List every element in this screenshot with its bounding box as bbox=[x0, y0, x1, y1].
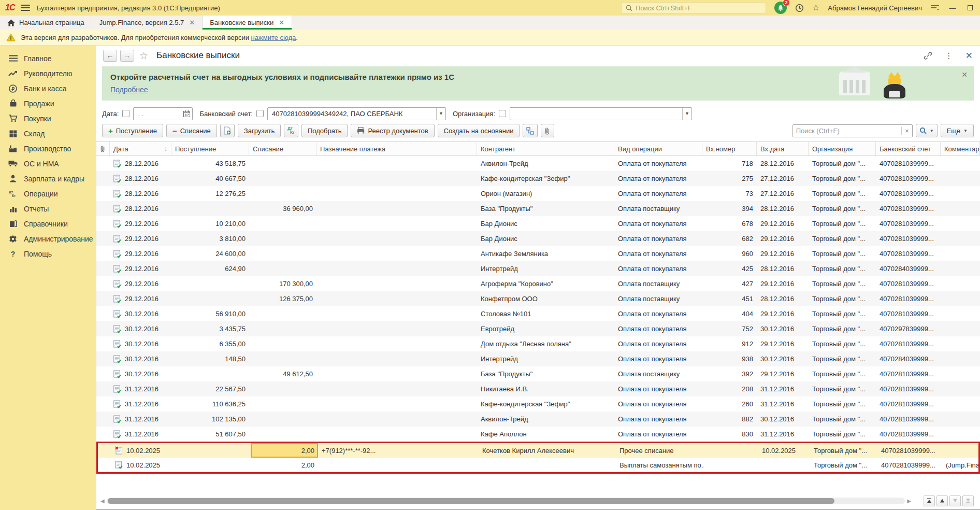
tab-1[interactable]: Jump.Finance, версия 2.5.7✕ bbox=[92, 16, 203, 30]
table-row[interactable]: 30.12.201649 612,50База "Продукты"Оплата… bbox=[96, 366, 980, 381]
column-indate[interactable]: Вх.дата bbox=[757, 142, 809, 155]
go-first-button[interactable] bbox=[924, 495, 935, 506]
sidebar-item-ruble[interactable]: ₽Банк и касса bbox=[0, 81, 96, 96]
favorite-star-icon[interactable]: ☆ bbox=[139, 50, 148, 62]
tab-close-icon[interactable]: ✕ bbox=[279, 19, 284, 26]
table-row[interactable]: 31.12.2016110 636,25Кафе-кондитерская "З… bbox=[96, 396, 980, 412]
account-filter-combo[interactable]: 40702810399994349242, ПАО СБЕРБАНК ▼ bbox=[267, 107, 446, 120]
tab-0[interactable]: Начальная страница bbox=[0, 16, 92, 30]
global-search-input[interactable]: Поиск Ctrl+Shift+F bbox=[621, 2, 766, 13]
forward-button[interactable]: → bbox=[120, 50, 134, 62]
horizontal-scrollbar[interactable] bbox=[107, 498, 905, 504]
table-row[interactable]: 29.12.2016126 375,00Конфетпром ООООплата… bbox=[96, 291, 980, 306]
column-attachments[interactable] bbox=[96, 142, 110, 155]
go-up-button[interactable] bbox=[936, 495, 948, 506]
pick-button[interactable]: Подобрать bbox=[301, 124, 348, 137]
table-row[interactable]: 30.12.2016148,50ИнтертрейдОплата от поку… bbox=[96, 351, 980, 366]
main-menu-icon[interactable] bbox=[21, 5, 30, 11]
back-button[interactable]: ← bbox=[103, 50, 117, 62]
close-page-icon[interactable]: ✕ bbox=[965, 50, 973, 61]
column-comment[interactable]: Комментарий bbox=[941, 142, 980, 155]
promo-details-link[interactable]: Подробнее bbox=[110, 86, 148, 94]
sidebar-item-grid[interactable]: Склад bbox=[0, 126, 96, 141]
column-innum[interactable]: Вх.номер bbox=[702, 142, 757, 155]
date-filter-input[interactable]: . . bbox=[133, 107, 193, 120]
table-row[interactable]: 30.12.201656 910,00Столовая №101Оплата о… bbox=[96, 306, 980, 321]
load-button[interactable]: Загрузить bbox=[238, 124, 281, 137]
column-acc[interactable]: Банковский счет bbox=[876, 142, 941, 155]
hscroll-right-arrow[interactable]: ▶ bbox=[907, 498, 911, 504]
sidebar-item-factory[interactable]: Производство bbox=[0, 141, 96, 156]
dtkt-button[interactable]: ДтКт bbox=[284, 124, 298, 137]
column-contr[interactable]: Контрагент bbox=[477, 142, 614, 155]
buy-commercial-link[interactable]: нажмите сюда bbox=[251, 34, 296, 41]
column-in[interactable]: Поступление bbox=[171, 142, 249, 155]
table-row[interactable]: 31.12.201651 607,50Кафе АполлонОплата от… bbox=[96, 427, 980, 442]
column-optype[interactable]: Вид операции bbox=[614, 142, 702, 155]
table-row[interactable]: 30.12.20163 435,75ЕвротрейдОплата от пок… bbox=[96, 321, 980, 336]
tab-2[interactable]: Банковские выписки✕ bbox=[203, 16, 292, 30]
table-row[interactable]: 29.12.201610 210,00Бар ДионисОплата от п… bbox=[96, 216, 980, 231]
table-search-input[interactable]: Поиск (Ctrl+F) × bbox=[792, 124, 913, 137]
column-out[interactable]: Списание bbox=[249, 142, 316, 155]
create-based-button[interactable]: Создать на основании bbox=[438, 124, 520, 137]
new-document-button[interactable] bbox=[220, 124, 235, 137]
org-filter-combo[interactable]: ▼ bbox=[510, 107, 692, 120]
sidebar-item-bag[interactable]: Продажи bbox=[0, 96, 96, 111]
tab-close-icon[interactable]: ✕ bbox=[189, 19, 195, 26]
attachments-button[interactable] bbox=[541, 124, 554, 137]
table-row[interactable]: 28.12.201640 667,50Кафе-кондитерская "Зе… bbox=[96, 171, 980, 186]
promo-close-icon[interactable]: ✕ bbox=[961, 70, 968, 79]
column-purpose[interactable]: Назначение платежа bbox=[316, 142, 477, 155]
sidebar-item-trend[interactable]: Руководителю bbox=[0, 66, 96, 81]
structure-button[interactable] bbox=[523, 124, 538, 137]
service-menu-icon[interactable] bbox=[930, 4, 940, 11]
sidebar-item-chart[interactable]: Отчеты bbox=[0, 201, 96, 216]
favorites-star-icon[interactable]: ☆ bbox=[812, 4, 819, 12]
column-org[interactable]: Организация bbox=[809, 142, 876, 155]
more-menu-icon[interactable]: ⋮ bbox=[945, 51, 953, 61]
sidebar-item-menu[interactable]: Главное bbox=[0, 51, 96, 66]
sidebar-item-gear[interactable]: Администрирование bbox=[0, 231, 96, 246]
more-button[interactable]: Еще▼ bbox=[941, 124, 974, 137]
org-filter-checkbox[interactable] bbox=[499, 110, 506, 117]
sidebar-item-truck[interactable]: ОС и НМА bbox=[0, 156, 96, 171]
table-row[interactable]: 31.12.201622 567,50Никитаева И.В.Оплата … bbox=[96, 381, 980, 396]
minimize-button[interactable]: — bbox=[948, 4, 957, 12]
history-icon[interactable] bbox=[795, 4, 804, 12]
table-row[interactable]: 28.12.201643 518,75Аквилон-ТрейдОплата о… bbox=[96, 156, 980, 171]
notifications-button[interactable]: 2 bbox=[774, 2, 787, 14]
table-row[interactable]: 28.12.201612 276,25Орион (магазин)Оплата… bbox=[96, 186, 980, 201]
table-row[interactable]: 31.12.2016102 135,00Аквилон-ТрейдОплата … bbox=[96, 412, 980, 427]
restore-button[interactable] bbox=[965, 4, 975, 12]
table-row[interactable]: 29.12.20163 810,00Бар ДионисОплата от по… bbox=[96, 231, 980, 246]
account-combo-arrow-icon[interactable]: ▼ bbox=[436, 108, 445, 120]
table-row[interactable]: 28.12.201636 960,00База "Продукты"Оплата… bbox=[96, 201, 980, 216]
table-row[interactable]: 29.12.2016170 300,00Агроферма "Коровино"… bbox=[96, 276, 980, 291]
get-link-icon[interactable] bbox=[924, 51, 932, 60]
table-row[interactable]: 30.12.20166 355,00Дом отдыха "Лесная пол… bbox=[96, 336, 980, 351]
hscroll-thumb[interactable] bbox=[108, 498, 834, 504]
column-date[interactable]: Дата↓ bbox=[110, 142, 171, 155]
writeoff-button[interactable]: −Списание bbox=[166, 124, 217, 137]
go-down-button[interactable] bbox=[949, 495, 961, 506]
sidebar-item-dtkt[interactable]: ДтКтОперации bbox=[0, 186, 96, 201]
table-row[interactable]: 29.12.2016624,90ИнтертрейдОплата от поку… bbox=[96, 261, 980, 276]
receipt-button[interactable]: +Поступление bbox=[102, 124, 163, 137]
search-clear-icon[interactable]: × bbox=[901, 127, 909, 135]
sidebar-item-cart[interactable]: Покупки bbox=[0, 111, 96, 126]
search-button[interactable]: ▼ bbox=[916, 124, 938, 137]
hscroll-left-arrow[interactable]: ◀ bbox=[100, 498, 105, 504]
date-filter-checkbox[interactable] bbox=[122, 110, 129, 117]
table-row[interactable]: 10.02.20252,00Выплаты самозанятым по...Т… bbox=[98, 458, 978, 472]
sidebar-item-books[interactable]: Справочники bbox=[0, 216, 96, 231]
table-row[interactable]: 29.12.201624 600,00Антикафе ЗемляникаОпл… bbox=[96, 246, 980, 261]
registry-button[interactable]: Реестр документов bbox=[351, 124, 434, 137]
table-row[interactable]: 10.02.20252,00+7(912)***-**-92...Кочетко… bbox=[98, 443, 978, 458]
org-combo-arrow-icon[interactable]: ▼ bbox=[682, 108, 691, 120]
account-filter-checkbox[interactable] bbox=[256, 110, 264, 117]
sidebar-item-help[interactable]: ?Помощь bbox=[0, 246, 96, 261]
sidebar-item-person[interactable]: Зарплата и кадры bbox=[0, 171, 96, 186]
calendar-icon[interactable] bbox=[183, 110, 190, 117]
go-last-button[interactable] bbox=[962, 495, 974, 506]
